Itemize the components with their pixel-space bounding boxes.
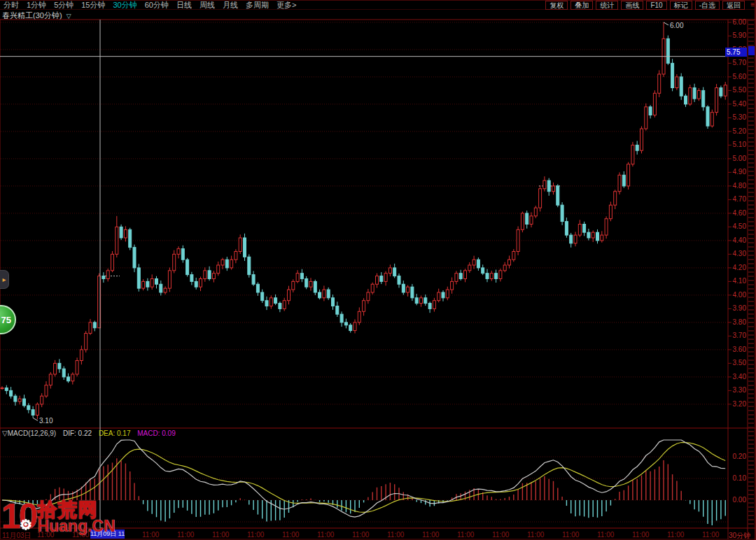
candle-body (534, 208, 537, 216)
candle-body (451, 281, 454, 290)
candle-body (279, 304, 281, 309)
candle-body (627, 164, 630, 186)
candle-body (367, 292, 370, 301)
candle-body (720, 88, 722, 97)
candle-body (724, 85, 727, 97)
candle-body (490, 273, 493, 279)
candle-body (618, 175, 621, 191)
candle-body (332, 298, 335, 306)
candle-body (239, 238, 241, 252)
price-label: 4.70 (728, 195, 746, 203)
price-label: 3.70 (728, 332, 746, 339)
candle-body (27, 406, 30, 410)
crosshair-price-badge: 5.75 (725, 48, 747, 57)
candle-body (697, 90, 700, 99)
side-panel-handle[interactable]: ▸ (0, 270, 9, 289)
candle-body (446, 290, 449, 298)
candle-body (93, 322, 96, 328)
candle-body (596, 232, 599, 241)
time-label: 11:00 (702, 531, 719, 539)
candle-body (252, 275, 255, 285)
macd-title[interactable]: ▽MACD(12,26,9) (2, 429, 56, 437)
time-label: 11:00 (422, 531, 439, 539)
candle-body (137, 268, 140, 288)
candle-body (433, 301, 435, 309)
candle-body (234, 252, 237, 260)
price-label: 4.40 (728, 236, 746, 244)
right-strip-price-marker (748, 46, 755, 55)
macd-dea-value: DEA: 0.17 (99, 429, 131, 437)
candle-body (314, 281, 316, 292)
time-label: 11:00 (247, 531, 264, 539)
candle-body (354, 322, 356, 331)
candle-body (671, 63, 674, 87)
price-label: 4.90 (728, 168, 746, 176)
candle-body (543, 180, 546, 189)
candle-body (173, 254, 176, 270)
time-label: 11:00 (667, 531, 684, 539)
candle-body (438, 292, 440, 301)
candle-body (244, 238, 246, 257)
price-label: 3.30 (728, 386, 746, 394)
candle-body (336, 306, 339, 315)
candle-body (530, 216, 533, 225)
candle-body (363, 301, 365, 312)
candle-body (230, 260, 233, 268)
watermark-latin-text: Huang.CN (38, 519, 115, 534)
candle-body (5, 388, 8, 391)
candle-body (76, 361, 78, 375)
price-label: 5.20 (728, 127, 746, 135)
candle-body (195, 281, 197, 287)
candle-body (552, 186, 555, 192)
period-corner-label[interactable]: 30分钟 (729, 531, 750, 540)
time-label: 11:00 (212, 531, 229, 539)
chart-canvas[interactable]: 6.003.10 (0, 0, 756, 540)
time-label: 11:00 (282, 531, 299, 539)
candle-body (393, 268, 396, 276)
candle-body (150, 279, 153, 287)
candle-body (420, 298, 423, 304)
candle-body (499, 271, 502, 279)
price-label: 3.50 (728, 359, 746, 367)
price-label: 5.90 (728, 31, 746, 39)
right-tick-strip (748, 20, 754, 528)
price-label: 5.00 (728, 155, 746, 162)
arrow-right-icon: ▸ (2, 276, 6, 283)
candle-body (340, 314, 343, 322)
candle-body (67, 377, 70, 381)
price-label: 3.60 (728, 346, 746, 353)
candle-body (71, 374, 74, 381)
candle-body (305, 279, 308, 287)
candle-body (309, 281, 312, 287)
price-label: 5.70 (728, 59, 746, 66)
candle-body (380, 276, 383, 282)
price-label: 4.20 (728, 264, 746, 271)
candle-body (283, 301, 286, 309)
candle-body (129, 229, 132, 247)
candle-body (349, 325, 352, 331)
candle-body (521, 213, 524, 229)
gear-icon: ⚙ (20, 509, 30, 540)
candle-body (296, 273, 299, 282)
candle-body (495, 273, 498, 279)
candle-body (640, 129, 643, 150)
candle-body (327, 290, 330, 298)
candle-body (570, 235, 573, 243)
candle-body (605, 219, 608, 235)
candle-body (270, 298, 272, 306)
candle-body (706, 107, 709, 126)
candle-body (49, 374, 52, 385)
candle-body (472, 260, 475, 265)
candle-body (539, 189, 542, 208)
candle-body (384, 273, 387, 282)
candle-body (676, 77, 678, 88)
time-label: 11:00 (457, 531, 474, 539)
candle-body (574, 235, 577, 243)
candle-body (274, 298, 277, 304)
price-label: 4.50 (728, 222, 746, 230)
candle-body (653, 93, 656, 115)
candle-body (547, 180, 550, 192)
price-label: 4.30 (728, 250, 746, 257)
candle-body (371, 284, 374, 292)
candle-body (41, 396, 43, 404)
